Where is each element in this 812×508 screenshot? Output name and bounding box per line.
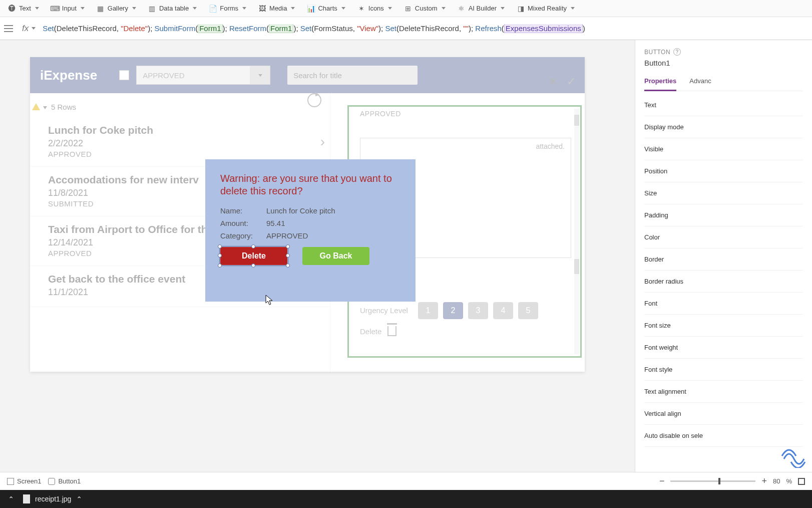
delete-row: Delete: [360, 326, 396, 336]
header-checkbox[interactable]: [119, 70, 129, 80]
ribbon-label: Charts: [318, 5, 337, 12]
data-table-icon: ▥: [148, 5, 156, 13]
ribbon-label: Text: [19, 5, 31, 12]
chevron-down-icon[interactable]: [32, 27, 36, 30]
chevron-up-icon[interactable]: ⌄: [8, 495, 14, 503]
tab-properties[interactable]: Properties: [644, 74, 676, 91]
urgency-level-label: Urgency Level: [360, 306, 408, 315]
trash-icon[interactable]: [387, 326, 396, 336]
button-icon: [48, 478, 55, 485]
formula-text[interactable]: Set(DeleteThisRecord, "Delete"); SubmitF…: [43, 24, 808, 33]
property-size[interactable]: Size: [644, 182, 803, 204]
chevron-down-icon: [571, 7, 575, 10]
ribbon-label: Custom: [415, 5, 438, 12]
ribbon-item-text[interactable]: 🅣Text: [2, 0, 45, 17]
expense-title: Lunch for Coke pitch: [48, 124, 316, 136]
check-icon[interactable]: ✓: [567, 75, 576, 88]
ribbon-item-media[interactable]: 🖼Media: [252, 0, 301, 17]
urgency-level-3[interactable]: 3: [468, 302, 488, 319]
formula-expand-icon[interactable]: [4, 25, 13, 32]
urgency-level-buttons: 12345: [418, 302, 538, 319]
zoom-slider[interactable]: [670, 480, 755, 482]
cursor-icon: [265, 295, 273, 306]
subscribe-watermark: [779, 439, 808, 468]
fullscreen-icon[interactable]: [798, 478, 805, 485]
ribbon-item-gallery[interactable]: ▦Gallery: [91, 0, 142, 17]
delete-warning-dialog: Warning: are you sure that you want to d…: [205, 159, 416, 302]
ribbon-label: Mixed Reality: [528, 5, 567, 12]
ribbon-label: Data table: [159, 5, 189, 12]
pane-heading: BUTTON ?: [644, 48, 803, 56]
zoom-in-button[interactable]: +: [761, 476, 767, 486]
urgency-level-4[interactable]: 4: [493, 302, 513, 319]
ribbon-item-mixed-reality[interactable]: ◨Mixed Reality: [511, 0, 581, 17]
property-font-size[interactable]: Font size: [644, 315, 803, 337]
form-status-value: APPROVED: [360, 110, 401, 118]
zoom-out-button[interactable]: −: [659, 476, 665, 486]
urgency-level-5[interactable]: 5: [518, 302, 538, 319]
property-border[interactable]: Border: [644, 248, 803, 271]
property-color[interactable]: Color: [644, 226, 803, 248]
status-filter-dropdown[interactable]: APPROVED: [136, 66, 270, 85]
chevron-down-icon: [291, 7, 295, 10]
chevron-down-icon[interactable]: [250, 66, 270, 84]
form-scrollbar[interactable]: [574, 109, 579, 354]
expense-status: APPROVED: [48, 150, 316, 158]
close-icon[interactable]: ✕: [549, 75, 558, 88]
zoom-unit: %: [786, 477, 792, 485]
property-display-mode[interactable]: Display mode: [644, 116, 803, 138]
breadcrumb-control[interactable]: Button1: [48, 477, 81, 485]
pane-heading-text: BUTTON: [644, 49, 670, 56]
ribbon-label: Forms: [220, 5, 238, 12]
delete-label: Delete: [360, 327, 381, 336]
app-title: iExpense: [40, 68, 97, 83]
property-vertical-align[interactable]: Vertical align: [644, 403, 803, 425]
properties-pane: BUTTON ? Button1 PropertiesAdvanc TextDi…: [635, 40, 812, 472]
status-filter-value: APPROVED: [143, 71, 184, 80]
ribbon-item-icons[interactable]: ✶Icons: [351, 0, 398, 17]
icons-icon: ✶: [357, 5, 365, 13]
ribbon-item-data-table[interactable]: ▥Data table: [142, 0, 203, 17]
property-text[interactable]: Text: [644, 94, 803, 116]
chevron-down-icon: [388, 7, 392, 10]
chevron-down-icon: [35, 7, 39, 10]
text-icon: 🅣: [8, 5, 16, 13]
custom-icon: ⊞: [404, 5, 412, 13]
chevron-up-icon[interactable]: ⌄: [76, 495, 82, 503]
go-back-button[interactable]: Go Back: [302, 247, 369, 265]
urgency-level-2[interactable]: 2: [443, 302, 463, 319]
property-padding[interactable]: Padding: [644, 204, 803, 226]
ribbon-item-ai-builder[interactable]: ⚛AI Builder: [452, 0, 511, 17]
windows-taskbar: ⌄ receipt1.jpg ⌄: [0, 490, 812, 508]
reload-icon[interactable]: [307, 93, 321, 107]
property-font-weight[interactable]: Font weight: [644, 337, 803, 359]
ribbon-item-charts[interactable]: 📊Charts: [301, 0, 351, 17]
property-font-style[interactable]: Font style: [644, 359, 803, 381]
property-visible[interactable]: Visible: [644, 138, 803, 160]
name-key: Name:: [220, 206, 266, 215]
chevron-right-icon[interactable]: ›: [320, 134, 325, 150]
urgency-level-1[interactable]: 1: [418, 302, 438, 319]
fx-icon: fx: [22, 24, 29, 34]
name-value: Lunch for Coke pitch: [266, 206, 335, 215]
tab-advanc[interactable]: Advanc: [689, 74, 711, 91]
formula-bar: fx Set(DeleteThisRecord, "Delete"); Subm…: [0, 17, 812, 40]
ribbon-item-custom[interactable]: ⊞Custom: [398, 0, 452, 17]
file-name: receipt1.jpg: [35, 495, 71, 503]
ribbon-label: Input: [62, 5, 77, 12]
ribbon-item-forms[interactable]: 📄Forms: [203, 0, 252, 17]
property-border-radius[interactable]: Border radius: [644, 271, 803, 293]
breadcrumb-screen[interactable]: Screen1: [7, 477, 41, 485]
chevron-down-icon: [442, 7, 446, 10]
taskbar-file[interactable]: receipt1.jpg ⌄: [23, 494, 82, 503]
ribbon-item-input[interactable]: ⌨Input: [45, 0, 91, 17]
ribbon-label: Media: [269, 5, 287, 12]
chevron-down-icon[interactable]: [43, 106, 47, 109]
ribbon-label: AI Builder: [469, 5, 497, 12]
info-icon[interactable]: ?: [673, 48, 681, 56]
property-font[interactable]: Font: [644, 293, 803, 315]
canvas-area: iExpense APPROVED Search for title 5 Row…: [0, 40, 635, 472]
expense-date: 2/2/2022: [48, 138, 316, 149]
property-text-alignment[interactable]: Text alignment: [644, 381, 803, 403]
property-position[interactable]: Position: [644, 160, 803, 182]
